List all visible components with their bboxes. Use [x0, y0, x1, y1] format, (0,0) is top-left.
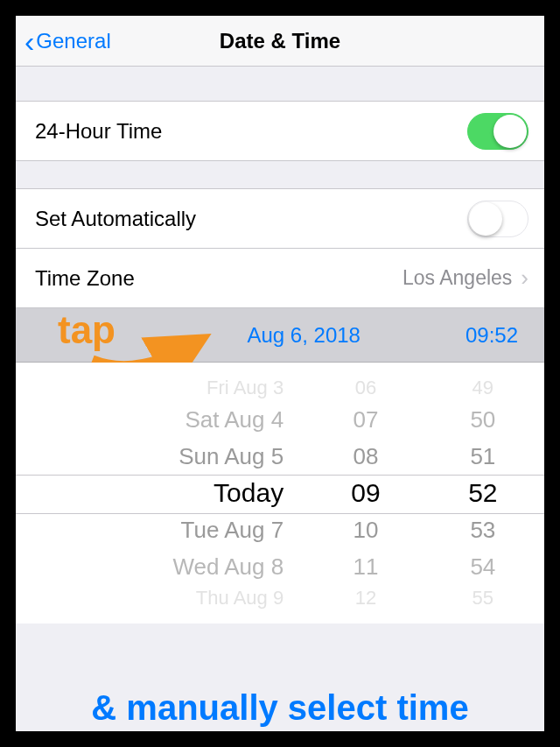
- picker-item-selected[interactable]: 52: [468, 475, 497, 511]
- picker-column-date[interactable]: Fri Aug 3 Sat Aug 4 Sun Aug 5 Today Tue …: [16, 363, 310, 624]
- cell-selected-datetime[interactable]: tap Aug 6, 2018 09:52: [16, 308, 544, 363]
- toggle-knob: [494, 115, 527, 148]
- cell-time-zone[interactable]: Time Zone Los Angeles ›: [16, 249, 544, 308]
- cell-label: Time Zone: [35, 266, 135, 291]
- back-label: General: [36, 29, 110, 53]
- chevron-left-icon: ‹: [24, 26, 34, 56]
- datetime-picker[interactable]: Fri Aug 3 Sat Aug 4 Sun Aug 5 Today Tue …: [16, 363, 544, 624]
- cell-24hour[interactable]: 24-Hour Time: [16, 102, 544, 161]
- annotation-bottom-note: & manually select time: [16, 688, 544, 728]
- picker-item[interactable]: 49: [472, 375, 494, 401]
- toggle-24hour[interactable]: [467, 113, 528, 150]
- picker-item[interactable]: 10: [353, 511, 378, 548]
- page-title: Date & Time: [220, 29, 340, 53]
- selected-date: Aug 6, 2018: [247, 323, 360, 348]
- cell-label: Set Automatically: [35, 207, 196, 231]
- picker-item[interactable]: 07: [353, 401, 378, 438]
- cell-set-automatically[interactable]: Set Automatically: [16, 189, 544, 249]
- navigation-bar: ‹ General Date & Time: [16, 16, 544, 67]
- annotation-tap-label: tap: [58, 308, 116, 352]
- picker-selection-line: [16, 513, 544, 514]
- picker-item[interactable]: Fri Aug 3: [206, 375, 284, 401]
- chevron-right-icon: ›: [521, 264, 528, 292]
- selected-time: 09:52: [466, 323, 518, 348]
- picker-item[interactable]: 12: [355, 585, 376, 611]
- toggle-set-automatically[interactable]: [467, 201, 528, 237]
- back-button[interactable]: ‹ General: [24, 26, 111, 56]
- picker-item[interactable]: Thu Aug 9: [196, 585, 284, 611]
- picker-item-selected[interactable]: 09: [351, 475, 380, 511]
- picker-item[interactable]: Tue Aug 7: [181, 511, 284, 548]
- picker-item[interactable]: 54: [470, 548, 495, 585]
- cell-label: 24-Hour Time: [35, 119, 162, 144]
- picker-item[interactable]: Sat Aug 4: [185, 401, 284, 438]
- picker-item[interactable]: Sun Aug 5: [178, 438, 284, 475]
- picker-item-selected[interactable]: Today: [214, 475, 284, 511]
- time-zone-value: Los Angeles: [402, 266, 512, 290]
- picker-item[interactable]: 06: [355, 375, 376, 401]
- picker-column-minute[interactable]: 49 50 51 52 53 54 55: [422, 363, 544, 624]
- picker-item[interactable]: 11: [353, 548, 378, 585]
- section-spacer: [16, 67, 544, 102]
- toggle-knob: [469, 202, 502, 236]
- section-spacer: [16, 161, 544, 189]
- picker-item[interactable]: 08: [353, 438, 378, 475]
- picker-item[interactable]: Wed Aug 8: [172, 548, 284, 585]
- picker-item[interactable]: 53: [470, 511, 495, 548]
- picker-selection-line: [16, 475, 544, 476]
- picker-item[interactable]: 50: [470, 401, 495, 438]
- picker-item[interactable]: 51: [470, 438, 495, 475]
- picker-item[interactable]: 55: [472, 585, 494, 611]
- picker-column-hour[interactable]: 06 07 08 09 10 11 12: [310, 363, 422, 624]
